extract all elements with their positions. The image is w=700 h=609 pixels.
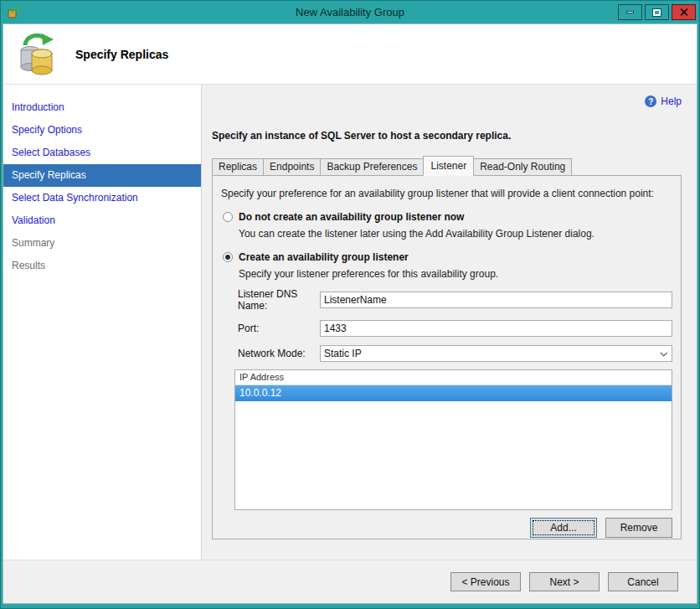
tab-replicas[interactable]: Replicas: [212, 158, 264, 176]
minimize-icon: [626, 11, 634, 13]
listener-tab-panel: Specify your preference for an availabil…: [212, 175, 682, 539]
radio-create-listener-label: Create an availability group listener: [239, 251, 409, 263]
chevron-down-icon: [660, 349, 667, 356]
radio-create-listener-icon[interactable]: [223, 252, 233, 262]
title-bar[interactable]: New Availability Group: [3, 1, 697, 23]
sidebar-item-specify-replicas[interactable]: Specify Replicas: [3, 164, 201, 187]
help-icon: ?: [645, 95, 656, 107]
ip-address-column-header: IP Address: [235, 370, 672, 385]
listener-preference-text: Specify your preference for an availabil…: [221, 188, 672, 199]
previous-button[interactable]: < Previous: [450, 572, 521, 591]
radio-no-listener[interactable]: Do not create an availability group list…: [223, 211, 672, 223]
page-title: Specify Replicas: [75, 48, 168, 61]
network-mode-dropdown[interactable]: Static IP: [320, 345, 672, 362]
page-instruction: Specify an instance of SQL Server to hos…: [212, 130, 682, 142]
sidebar-item-introduction[interactable]: Introduction: [3, 96, 201, 119]
tab-read-only-routing[interactable]: Read-Only Routing: [473, 158, 572, 176]
window-title: New Availability Group: [3, 6, 697, 18]
remove-button[interactable]: Remove: [605, 518, 672, 538]
close-button[interactable]: [672, 4, 696, 20]
minimize-button[interactable]: [618, 4, 642, 20]
tab-listener[interactable]: Listener: [423, 156, 474, 176]
sidebar-item-select-data-synchronization[interactable]: Select Data Synchronization: [3, 187, 201, 209]
network-mode-label: Network Mode:: [238, 348, 320, 359]
network-mode-value: Static IP: [324, 348, 362, 359]
dialog-window: New Availability Group Specify Replicas: [0, 0, 700, 609]
port-label: Port:: [238, 323, 320, 334]
dns-name-label: Listener DNS Name:: [238, 288, 320, 312]
sidebar-item-validation[interactable]: Validation: [3, 209, 201, 232]
ip-address-row[interactable]: 10.0.0.12: [235, 385, 672, 401]
sidebar-item-select-databases[interactable]: Select Databases: [3, 142, 201, 164]
next-button[interactable]: Next >: [529, 572, 600, 591]
port-input[interactable]: [320, 320, 672, 337]
wizard-steps-sidebar: Introduction Specify Options Select Data…: [3, 85, 202, 560]
maximize-button[interactable]: [645, 4, 669, 20]
tab-endpoints[interactable]: Endpoints: [263, 158, 321, 176]
ip-address-list[interactable]: IP Address 10.0.0.12: [234, 369, 672, 510]
radio-no-listener-label: Do not create an availability group list…: [239, 211, 464, 223]
wizard-footer: < Previous Next > Cancel: [3, 560, 697, 603]
close-icon: [679, 8, 688, 17]
wizard-header: Specify Replicas: [3, 24, 697, 85]
maximize-icon: [653, 9, 661, 16]
sidebar-item-specify-options[interactable]: Specify Options: [3, 119, 201, 142]
radio-create-listener[interactable]: Create an availability group listener: [223, 251, 672, 263]
radio-no-listener-description: You can create the listener later using …: [239, 228, 672, 240]
radio-no-listener-icon[interactable]: [223, 212, 233, 222]
help-link[interactable]: Help: [661, 95, 682, 107]
add-button[interactable]: Add...: [530, 518, 597, 538]
radio-create-listener-description: Specify your listener preferences for th…: [239, 268, 672, 280]
replica-tabs: Replicas Endpoints Backup Preferences Li…: [212, 156, 682, 176]
dns-name-input[interactable]: [320, 292, 672, 308]
sidebar-item-results: Results: [3, 255, 201, 277]
sidebar-item-summary: Summary: [3, 232, 201, 255]
tab-backup-preferences[interactable]: Backup Preferences: [320, 158, 424, 176]
availability-group-icon: [17, 34, 57, 75]
cancel-button[interactable]: Cancel: [608, 572, 678, 591]
wizard-page-content: ? Help Specify an instance of SQL Server…: [202, 85, 697, 560]
